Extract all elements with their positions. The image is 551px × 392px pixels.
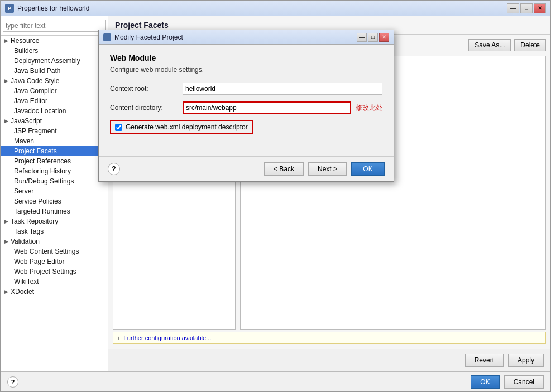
sidebar-item-label: Deployment Assembly [14,57,80,65]
sidebar-item-task-tags[interactable]: Task Tags [1,226,108,236]
sidebar-item-task-repository[interactable]: ▶Task Repository [1,216,108,226]
context-root-input[interactable] [183,83,382,95]
context-root-row: Context root: [110,83,382,95]
close-button[interactable]: ✕ [534,3,546,13]
title-bar-buttons: — □ ✕ [507,3,546,13]
dialog-body: Web Module Configure web module settings… [99,45,394,156]
content-dir-input[interactable] [183,101,351,114]
sidebar-item-targeted-runtimes[interactable]: Targeted Runtimes [1,206,108,216]
back-button[interactable]: < Back [264,162,304,176]
sidebar-item-web-content-settings[interactable]: Web Content Settings [1,246,108,257]
sidebar-item-javadoc-location[interactable]: Javadoc Location [1,106,108,116]
apply-button[interactable]: Apply [508,354,544,367]
context-root-label: Context root: [110,85,183,93]
info-icon: i [118,335,119,341]
annotation-text: 修改此处 [356,103,382,113]
tree-list: ▶ResourceBuildersDeployment AssemblyJava… [1,36,108,371]
sidebar-item-service-policies[interactable]: Service Policies [1,196,108,206]
sidebar-item-java-build-path[interactable]: Java Build Path [1,66,108,76]
sidebar-item-label: Builders [14,47,38,55]
dialog-restore-button[interactable]: □ [368,33,378,42]
generate-xml-checkbox-label[interactable]: Generate web.xml deployment descriptor [110,120,253,134]
window-title: Properties for helloworld [17,4,507,12]
sidebar-item-run-debug-settings[interactable]: Run/Debug Settings [1,176,108,186]
sidebar-item-label: Refactoring History [14,167,71,175]
expand-arrow-icon: ▶ [3,118,9,124]
bottom-bar: Revert Apply [108,349,550,371]
dialog-close-button[interactable]: ✕ [379,33,389,42]
dialog-action-buttons: < Back Next > OK [264,162,385,176]
sidebar-item-web-page-editor[interactable]: Web Page Editor [1,257,108,267]
sidebar-item-label: Web Page Editor [14,258,65,265]
dialog-icon [103,33,111,41]
dialog-help-button[interactable]: ? [108,163,120,175]
config-link[interactable]: Further configuration available... [123,335,211,341]
sidebar-item-javascript[interactable]: ▶JavaScript [1,116,108,126]
dialog-heading: Web Module [110,54,382,62]
help-icon[interactable]: ? [7,376,18,388]
sidebar-item-project-facets[interactable]: Project Facets [1,146,108,156]
sidebar-item-label: Java Build Path [14,67,60,75]
next-button[interactable]: Next > [308,162,347,176]
sidebar-item-label: Validation [11,238,40,245]
sidebar-item-resource[interactable]: ▶Resource [1,36,108,46]
sidebar-item-maven[interactable]: Maven [1,136,108,146]
window-icon: P [5,4,14,13]
cancel-button[interactable]: Cancel [504,375,544,389]
expand-arrow-icon: ▶ [3,78,9,84]
sidebar-item-xdoclet[interactable]: ▶XDoclet [1,287,108,297]
content-dir-row: Content directory: 修改此处 [110,101,382,114]
minimize-button[interactable]: — [507,3,519,13]
sidebar-item-label: Java Code Style [11,77,59,85]
sidebar-item-label: Project References [14,157,71,165]
expand-arrow-icon: ▶ [3,218,9,225]
sidebar-item-label: Resource [11,37,39,45]
sidebar-item-label: Service Policies [14,197,61,205]
sidebar-item-label: JSP Fragment [14,127,56,135]
sidebar-item-label: Targeted Runtimes [14,207,70,215]
panel-title: Project Facets [115,21,544,30]
sidebar-item-refactoring-history[interactable]: Refactoring History [1,166,108,176]
sidebar-item-server[interactable]: Server [1,186,108,196]
footer-bar: ? OK Cancel [1,371,550,391]
sidebar-item-label: Server [14,187,33,195]
sidebar-item-project-references[interactable]: Project References [1,156,108,166]
sidebar-item-label: Task Tags [14,228,44,235]
save-as-button[interactable]: Save As... [468,39,511,51]
dialog-ok-button[interactable]: OK [351,162,385,176]
ok-button[interactable]: OK [471,375,499,389]
generate-xml-checkbox[interactable] [115,124,122,131]
sidebar-item-label: Maven [14,137,34,145]
sidebar-item-label: Task Repository [11,217,58,225]
sidebar-item-label: Web Content Settings [14,248,79,255]
left-panel: ▶ResourceBuildersDeployment AssemblyJava… [1,16,108,371]
sidebar-item-java-code-style[interactable]: ▶Java Code Style [1,76,108,86]
sidebar-item-label: JavaScript [11,117,42,125]
dialog-minimize-button[interactable]: — [357,33,367,42]
sidebar-item-deployment-assembly[interactable]: Deployment Assembly [1,56,108,66]
sidebar-item-java-editor[interactable]: Java Editor [1,96,108,106]
sidebar-item-java-compiler[interactable]: Java Compiler [1,86,108,96]
sidebar-item-label: Project Facets [14,147,57,155]
revert-button[interactable]: Revert [465,354,504,367]
sidebar-item-wikitext[interactable]: WikiText [1,277,108,287]
footer-buttons: OK Cancel [471,375,544,389]
maximize-button[interactable]: □ [520,3,533,13]
main-window: P Properties for helloworld — □ ✕ ▶Resou… [0,0,551,392]
sidebar-item-label: Run/Debug Settings [14,177,74,185]
expand-arrow-icon: ▶ [3,288,9,295]
checkbox-container: Generate web.xml deployment descriptor [110,120,382,141]
modify-faceted-dialog: Modify Faceted Project — □ ✕ Web Module … [98,30,394,182]
filter-input[interactable] [3,20,106,32]
sidebar-item-validation[interactable]: ▶Validation [1,236,108,246]
sidebar-item-web-project-settings[interactable]: Web Project Settings [1,267,108,277]
dialog-title-text: Modify Faceted Project [114,33,357,41]
dialog-footer: ? < Back Next > OK [99,156,394,181]
sidebar-item-label: Java Compiler [14,87,57,95]
sidebar-item-label: Java Editor [14,97,47,105]
title-bar: P Properties for helloworld — □ ✕ [1,1,550,16]
info-bar: i Further configuration available... [113,332,546,344]
sidebar-item-builders[interactable]: Builders [1,46,108,56]
delete-button[interactable]: Delete [514,39,546,51]
sidebar-item-jsp-fragment[interactable]: JSP Fragment [1,126,108,136]
